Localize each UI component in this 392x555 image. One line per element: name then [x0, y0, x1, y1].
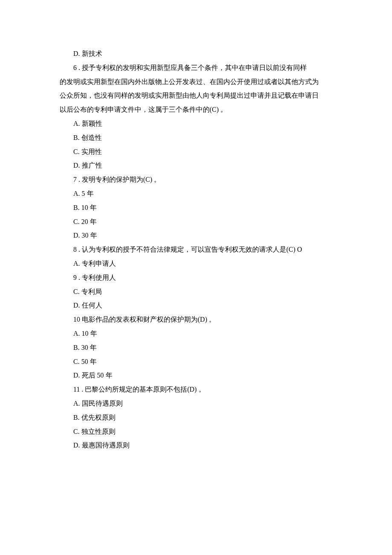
text-line: 9 . 专利使用人 — [60, 271, 332, 285]
text-line: D. 推广性 — [60, 159, 332, 173]
text-line: C. 实用性 — [60, 145, 332, 159]
text-line: A. 新颖性 — [60, 117, 332, 131]
text-line: C. 50 年 — [60, 355, 332, 369]
text-line: 11 . 巴黎公约所规定的基本原则不包括(D) 。 — [60, 383, 332, 397]
text-line: 6 . 授予专利权的发明和实用新型应具备三个条件，其中在申请日以前没有同样 — [60, 61, 332, 75]
text-line: C. 20 年 — [60, 215, 332, 229]
text-line: A. 国民待遇原则 — [60, 397, 332, 411]
text-line: A. 专利申请人 — [60, 257, 332, 271]
text-line: 7 . 发明专利的保护期为(C) 。 — [60, 173, 332, 187]
text-line: 的发明或实用新型在国内外出版物上公开发表过、在国内公开使用过或者以其他方式为 — [60, 75, 332, 89]
text-line: 以后公布的专利申请文件中，这属于三个条件中的(C) 。 — [60, 103, 332, 117]
text-line: B. 10 年 — [60, 201, 332, 215]
text-line: 8 . 认为专利权的授予不符合法律规定，可以宣告专利权无效的请求人是(C) O — [60, 243, 332, 257]
text-line: B. 创造性 — [60, 131, 332, 145]
text-line: C. 独立性原则 — [60, 425, 332, 439]
text-line: D. 任何人 — [60, 299, 332, 313]
text-line: 公众所知，也没有同样的发明或实用新型由他人向专利局提出过申请并且记载在申请日 — [60, 89, 332, 103]
text-line: D. 死后 50 年 — [60, 369, 332, 383]
text-line: A. 5 年 — [60, 187, 332, 201]
text-line: C. 专利局 — [60, 285, 332, 299]
text-line: B. 30 年 — [60, 341, 332, 355]
text-line: B. 优先权原则 — [60, 411, 332, 425]
document-page: D. 新技术 6 . 授予专利权的发明和实用新型应具备三个条件，其中在申请日以前… — [0, 0, 392, 495]
text-line: 10 电影作品的发表权和财产权的保护期为(D) 。 — [60, 313, 332, 327]
text-line: D. 最惠国待遇原则 — [60, 439, 332, 453]
text-line: A. 10 年 — [60, 327, 332, 341]
text-line: D. 30 年 — [60, 229, 332, 243]
text-line: D. 新技术 — [60, 47, 332, 61]
